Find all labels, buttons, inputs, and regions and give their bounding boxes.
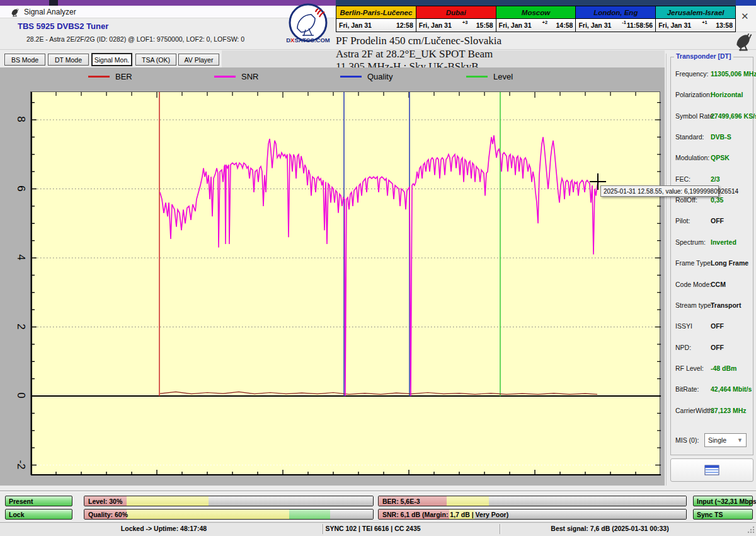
transponder-value: Horizontal <box>711 91 743 98</box>
transponder-label: FEC: <box>675 175 690 184</box>
legend-label: Quality <box>367 72 392 81</box>
transponder-value: 27499,696 KS/s <box>711 112 756 120</box>
transport-list-icon <box>704 465 719 475</box>
transponder-label: Polarization: <box>675 91 712 100</box>
ber-meter: BER: 5,6E-3 <box>378 496 687 506</box>
transponder-value: -48 dBm <box>711 364 736 372</box>
transponder-label: Symbol Rate: <box>675 112 715 121</box>
meter-label: Quality: 60% <box>88 511 128 518</box>
clock-city-label: London, Eng <box>576 6 655 19</box>
tab-bs-mode[interactable]: BS Mode <box>4 54 45 66</box>
transponder-value: DVB-S <box>711 133 731 141</box>
transponder-label: Modulation: <box>675 154 709 163</box>
clock-city-label: Dubai <box>416 6 496 19</box>
transponder-value: QPSK <box>711 154 730 161</box>
meter-segment-green <box>289 510 330 519</box>
transponder-row-spectrum-: Spectrum:Inverted <box>675 238 751 247</box>
annotation-antenna: PF Prodelin 450 cm/Lučenec-Slovakia <box>336 35 501 48</box>
transponder-value: OFF <box>711 322 724 330</box>
clock-time-value: 12:58 <box>396 21 413 29</box>
meter-segment-yellow <box>447 496 489 506</box>
snr-meter: SNR: 6,1 dB (Margin: 1,7 dB | Very Poor) <box>378 509 687 520</box>
clock-time-value: 13:58 <box>716 21 733 29</box>
transponder-label: NPD: <box>675 344 691 352</box>
legend-swatch <box>466 76 488 78</box>
transponder-label: Frame Type: <box>675 259 713 268</box>
y-axis-tick-label: 8 <box>14 116 27 122</box>
signal-chart-plot[interactable] <box>30 91 660 475</box>
clock-date: Fri, Jan 31 <box>339 21 372 29</box>
meter-label: SNR: 6,1 dB (Margin: 1,7 dB | Very Poor) <box>382 511 508 518</box>
transponder-label: RollOff: <box>675 196 697 205</box>
transponder-row-symbol-rate-: Symbol Rate:27499,696 KS/s <box>675 112 751 121</box>
mis-dropdown[interactable]: Single ▼ <box>704 433 747 447</box>
transponder-label: BitRate: <box>675 385 699 394</box>
level-meter: Level: 30% <box>84 496 374 506</box>
transponder-label: Standard: <box>675 133 704 142</box>
y-axis-tick-label: 0 <box>14 392 27 398</box>
clock-city-label: Moscow <box>496 6 576 19</box>
clock-3: MoscowFri, Jan 31+214:58 <box>496 6 576 32</box>
transponder-value: 11305,006 MHz <box>711 70 756 78</box>
transponder-value: 2/3 <box>711 175 720 183</box>
present-indicator: Present <box>5 496 72 506</box>
legend-swatch <box>214 76 236 78</box>
tuner-name: TBS 5925 DVBS2 Tuner <box>18 21 108 31</box>
clock-utc-offset: -1 <box>622 20 626 25</box>
meter-segment-yellow <box>127 510 289 519</box>
sync-ts-indicator: Sync TS <box>693 509 753 520</box>
clock-city-label: Jerusalem-Israel <box>656 6 735 19</box>
satellite-dish-corner-icon <box>732 32 755 52</box>
transponder-value: Long Frame <box>711 259 748 267</box>
transponder-value: OFF <box>711 344 724 351</box>
legend-item-ber: BER <box>88 72 132 81</box>
meter-label: Level: 30% <box>88 498 122 505</box>
transponder-value: Transport <box>711 301 741 309</box>
transponder-row-rf-level-: RF Level:-48 dBm <box>675 364 751 373</box>
clock-time-value: 15:58 <box>476 21 493 29</box>
legend-label: SNR <box>241 72 258 81</box>
status-sync-counters: SYNC 102 | TEI 6616 | CC 2435 <box>325 525 420 532</box>
y-axis-tick-label: 2 <box>14 323 27 329</box>
transponder-label: Code Mode: <box>675 281 711 289</box>
legend-item-level: Level <box>466 72 513 81</box>
y-axis-tick-label: -2 <box>14 460 27 469</box>
transponder-row-stream-type-: Stream type:Transport <box>675 301 751 310</box>
divider <box>666 54 667 486</box>
status-best-signal: Best signal: 7,6 dB (2025-01-31 00:33) <box>551 525 668 532</box>
y-axis-tick-label: 6 <box>14 185 27 191</box>
transponder-value: 37,123 MHz <box>711 407 747 414</box>
legend-item-quality: Quality <box>340 72 392 81</box>
clock-date: Fri, Jan 31 <box>578 21 611 29</box>
transponder-label: CarrierWidth: <box>675 407 714 416</box>
clock-date: Fri, Jan 31 <box>658 21 691 29</box>
tab-av-player[interactable]: AV Player <box>178 54 219 66</box>
tab-dt-mode[interactable]: DT Mode <box>48 54 89 66</box>
transponder-row-npd-: NPD:OFF <box>675 344 751 352</box>
legend-swatch <box>340 76 362 78</box>
transponder-label: Pilot: <box>675 217 690 226</box>
resize-grip-icon[interactable] <box>747 526 755 533</box>
clock-4: London, EngFri, Jan 31-111:58:56 <box>576 6 656 32</box>
svg-text:DXSATCS.COM: DXSATCS.COM <box>286 37 330 44</box>
tab-signal-mon-[interactable]: Signal Mon. <box>91 53 132 66</box>
tab-tsa-ok-[interactable]: TSA (OK) <box>135 54 176 66</box>
transponder-title: Transponder [DT] <box>674 52 733 60</box>
clock-utc-offset: +1 <box>702 20 707 25</box>
clock-time-row: Fri, Jan 31+113:58 <box>656 19 735 32</box>
transponder-row-standard-: Standard:DVB-S <box>675 133 751 142</box>
transponder-row-frame-type-: Frame Type:Long Frame <box>675 259 751 268</box>
clock-time-row: Fri, Jan 31+214:58 <box>496 19 576 32</box>
ts-analyzer-button[interactable] <box>670 458 753 482</box>
input-rate-indicator: Input (~32,31 Mbps) <box>693 496 753 506</box>
status-divider <box>323 524 323 534</box>
value-tooltip: 2025-01-31 12.58.55, value: 6,1999998092… <box>600 185 719 197</box>
background-strip-mid <box>336 0 736 6</box>
status-uptime: Locked -> Uptime: 48:17:48 <box>121 525 207 532</box>
meter-segment-silver <box>330 510 373 519</box>
background-strip-right <box>736 0 756 6</box>
close-icon[interactable]: ✕ <box>741 11 749 22</box>
clock-5: Jerusalem-IsraelFri, Jan 31+113:58 <box>656 6 735 32</box>
transponder-value: OFF <box>711 217 724 224</box>
transponder-label: Stream type: <box>675 301 713 310</box>
